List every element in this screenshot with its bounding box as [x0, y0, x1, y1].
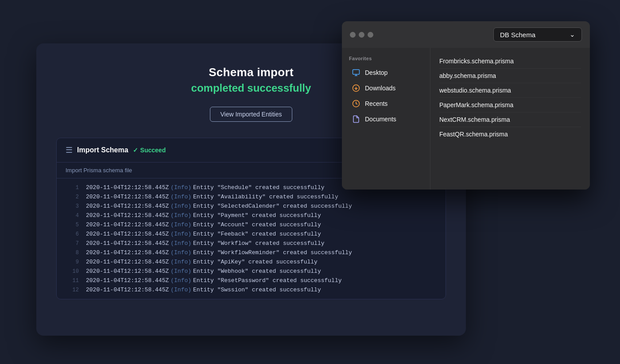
log-level: (Info) [170, 184, 191, 191]
log-message: Entity "Webhook" created successfully [193, 268, 321, 275]
file-item[interactable]: PaperMark.schema.prisma [439, 98, 581, 112]
list-icon: ☰ [66, 145, 73, 155]
log-message: Entity "Swssion" created successfully [193, 287, 321, 293]
main-subtitle: completed successfully [191, 82, 311, 94]
line-number: 4 [66, 213, 79, 219]
log-level: (Info) [170, 240, 191, 247]
timestamp: 2020-11-04T12:12:58.445Z [86, 240, 169, 247]
chevron-down-icon: ⌄ [570, 31, 575, 39]
traffic-light-close[interactable] [350, 32, 356, 38]
check-icon: ✓ [133, 147, 138, 154]
line-number: 11 [66, 278, 79, 284]
sidebar-items: Desktop Downloads Recents Documents [342, 65, 430, 127]
desktop-icon [352, 68, 360, 77]
timestamp: 2020-11-04T12:12:58.445Z [86, 259, 169, 265]
import-header-title: Import Schema [77, 146, 128, 154]
timestamp: 2020-11-04T12:12:58.445Z [86, 203, 169, 209]
log-line: 5 2020-11-04T12:12:58.445Z (Info) Entity… [57, 220, 446, 229]
log-level: (Info) [170, 221, 191, 228]
line-number: 1 [66, 185, 79, 191]
log-level: (Info) [170, 249, 191, 256]
log-message: Entity "Feeback" created successfully [193, 231, 321, 237]
picker-dropdown[interactable]: DB Schema ⌄ [493, 27, 582, 42]
sidebar-item-label: Recents [365, 100, 388, 107]
file-item[interactable]: Frombricks.schema.prisma [439, 54, 581, 69]
log-level: (Info) [170, 268, 191, 275]
log-line: 9 2020-11-04T12:12:58.445Z (Info) Entity… [57, 257, 446, 267]
picker-sidebar: Favorites Desktop Downloads Recents Docu… [342, 48, 430, 190]
file-item[interactable]: FeastQR.schema.prisma [439, 127, 581, 141]
succeed-label: Succeed [140, 147, 166, 154]
traffic-light-minimize[interactable] [359, 32, 364, 38]
timestamp: 2020-11-04T12:12:58.445Z [86, 184, 169, 191]
picker-dropdown-label: DB Schema [500, 31, 535, 39]
line-number: 10 [66, 268, 79, 275]
file-item[interactable]: abby.schema.prisma [439, 69, 581, 83]
line-number: 12 [66, 287, 79, 293]
log-line: 11 2020-11-04T12:12:58.445Z (Info) Entit… [57, 276, 446, 285]
sidebar-item-documents[interactable]: Documents [345, 112, 427, 127]
line-number: 2 [66, 194, 79, 200]
line-number: 8 [66, 250, 79, 256]
log-line: 8 2020-11-04T12:12:58.445Z (Info) Entity… [57, 248, 446, 257]
log-level: (Info) [170, 259, 191, 265]
line-number: 7 [66, 240, 79, 247]
log-message: Entity "Account" created successfully [193, 221, 321, 228]
picker-files: Frombricks.schema.prismaabby.schema.pris… [430, 48, 590, 190]
log-line: 4 2020-11-04T12:12:58.445Z (Info) Entity… [57, 211, 446, 220]
log-line: 12 2020-11-04T12:12:58.445Z (Info) Entit… [57, 285, 446, 294]
view-imported-entities-button[interactable]: View Imported Entities [210, 107, 292, 122]
main-title: Schema import [209, 66, 294, 79]
sidebar-item-downloads[interactable]: Downloads [345, 81, 427, 96]
log-line: 6 2020-11-04T12:12:58.445Z (Info) Entity… [57, 229, 446, 239]
log-line: 2 2020-11-04T12:12:58.445Z (Info) Entity… [57, 192, 446, 201]
documents-icon [352, 115, 360, 124]
timestamp: 2020-11-04T12:12:58.445Z [86, 277, 169, 284]
timestamp: 2020-11-04T12:12:58.445Z [86, 194, 169, 200]
timestamp: 2020-11-04T12:12:58.445Z [86, 212, 169, 219]
log-message: Entity "WorkflowReminder" created succes… [193, 249, 352, 256]
file-item[interactable]: webstudio.schema.prisma [439, 83, 581, 98]
log-level: (Info) [170, 194, 191, 200]
picker-body: Favorites Desktop Downloads Recents Docu… [342, 48, 590, 190]
log-message: Entity "SelectedCalender" created succes… [193, 203, 352, 209]
log-message: Entity "Workflow" created successfully [193, 240, 324, 247]
log-level: (Info) [170, 277, 191, 284]
line-number: 9 [66, 259, 79, 265]
sidebar-item-recents[interactable]: Recents [345, 96, 427, 111]
line-number: 5 [66, 222, 79, 228]
log-message: Entity "ResetPassword" created successfu… [193, 277, 341, 284]
log-line: 3 2020-11-04T12:12:58.445Z (Info) Entity… [57, 201, 446, 211]
sidebar-item-label: Documents [365, 116, 396, 123]
timestamp: 2020-11-04T12:12:58.445Z [86, 249, 169, 256]
recents-icon [352, 99, 360, 108]
file-item[interactable]: NextCRM.schema.prisma [439, 112, 581, 127]
log-level: (Info) [170, 231, 191, 237]
timestamp: 2020-11-04T12:12:58.445Z [86, 231, 169, 237]
log-area: 1 2020-11-04T12:12:58.445Z (Info) Entity… [57, 178, 446, 299]
file-picker: DB Schema ⌄ Favorites Desktop Downloads … [342, 21, 590, 190]
log-message: Entity "Availability" created successful… [193, 194, 338, 200]
line-number: 6 [66, 231, 79, 237]
log-message: Entity "Schedule" created successfully [193, 184, 324, 191]
log-message: Entity "Payment" created successfully [193, 212, 321, 219]
svg-rect-0 [353, 70, 360, 74]
line-number: 3 [66, 203, 79, 209]
timestamp: 2020-11-04T12:12:58.445Z [86, 287, 169, 293]
sidebar-item-label: Desktop [365, 69, 388, 76]
log-line: 7 2020-11-04T12:12:58.445Z (Info) Entity… [57, 239, 446, 248]
timestamp: 2020-11-04T12:12:58.445Z [86, 221, 169, 228]
sidebar-item-desktop[interactable]: Desktop [345, 65, 427, 80]
log-level: (Info) [170, 212, 191, 219]
succeed-badge: ✓ Succeed [133, 147, 166, 154]
picker-toolbar: DB Schema ⌄ [342, 21, 590, 48]
sidebar-item-label: Downloads [365, 85, 395, 92]
log-line: 10 2020-11-04T12:12:58.445Z (Info) Entit… [57, 267, 446, 276]
traffic-light-maximize[interactable] [368, 32, 373, 38]
log-message: Entity "ApiKey" created successfully [193, 259, 318, 265]
log-level: (Info) [170, 287, 191, 293]
favorites-label: Favorites [342, 54, 430, 65]
log-level: (Info) [170, 203, 191, 209]
downloads-icon [352, 84, 360, 93]
traffic-lights [350, 32, 373, 38]
